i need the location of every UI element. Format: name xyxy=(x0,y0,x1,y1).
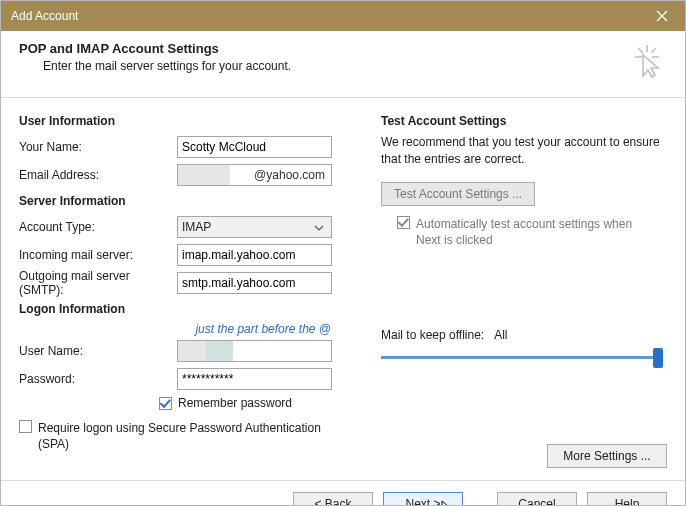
help-button-label: Help xyxy=(615,497,640,507)
back-button[interactable]: < Back xyxy=(293,492,373,507)
page-title: POP and IMAP Account Settings xyxy=(19,41,627,56)
cursor-click-icon xyxy=(627,41,667,81)
email-address-label: Email Address: xyxy=(19,168,177,182)
window-title: Add Account xyxy=(11,9,78,23)
help-button[interactable]: Help xyxy=(587,492,667,507)
test-recommend-text: We recommend that you test your account … xyxy=(381,134,667,168)
outgoing-server-label: Outgoing mail server (SMTP): xyxy=(19,269,177,297)
next-button[interactable]: Next > xyxy=(383,492,463,507)
email-address-input[interactable] xyxy=(177,164,332,186)
your-name-label: Your Name: xyxy=(19,140,177,154)
wizard-header: POP and IMAP Account Settings Enter the … xyxy=(1,31,685,98)
spa-checkbox[interactable] xyxy=(19,420,32,433)
next-button-label: Next > xyxy=(405,497,440,507)
page-subtitle: Enter the mail server settings for your … xyxy=(19,59,627,73)
mail-keep-offline-slider[interactable] xyxy=(381,348,661,368)
auto-test-checkbox[interactable] xyxy=(397,216,410,229)
remember-password-label: Remember password xyxy=(178,396,292,410)
test-account-settings-button-label: Test Account Settings ... xyxy=(394,187,522,201)
svg-line-6 xyxy=(638,48,643,53)
incoming-server-label: Incoming mail server: xyxy=(19,248,177,262)
slider-thumb[interactable] xyxy=(653,348,663,368)
mail-keep-offline-value: All xyxy=(494,328,507,342)
cancel-button[interactable]: Cancel xyxy=(497,492,577,507)
account-type-select[interactable]: IMAP xyxy=(177,216,332,238)
username-hint: just the part before the @ xyxy=(19,322,361,336)
wizard-footer: < Back Next > Cancel Help xyxy=(1,480,685,506)
account-type-value: IMAP xyxy=(182,220,211,234)
remember-password-checkbox[interactable] xyxy=(159,397,172,410)
more-settings-button-label: More Settings ... xyxy=(563,449,650,463)
auto-test-label: Automatically test account settings when… xyxy=(416,216,646,248)
username-input[interactable] xyxy=(177,340,332,362)
cancel-button-label: Cancel xyxy=(518,497,555,507)
password-label: Password: xyxy=(19,372,177,386)
mail-to-keep-offline-group: Mail to keep offline: All xyxy=(381,328,667,368)
incoming-server-input[interactable] xyxy=(177,244,332,266)
left-column: User Information Your Name: Email Addres… xyxy=(19,108,361,480)
password-input[interactable] xyxy=(177,368,332,390)
content-area: User Information Your Name: Email Addres… xyxy=(1,98,685,480)
titlebar: Add Account xyxy=(1,1,685,31)
logon-information-heading: Logon Information xyxy=(19,302,361,316)
spa-label: Require logon using Secure Password Auth… xyxy=(38,420,328,452)
svg-line-5 xyxy=(651,48,656,53)
mail-keep-offline-label: Mail to keep offline: xyxy=(381,328,484,342)
user-information-heading: User Information xyxy=(19,114,361,128)
close-icon[interactable] xyxy=(639,1,685,31)
server-information-heading: Server Information xyxy=(19,194,361,208)
more-settings-button[interactable]: More Settings ... xyxy=(547,444,667,468)
username-label: User Name: xyxy=(19,344,177,358)
chevron-down-icon xyxy=(311,220,327,234)
outgoing-server-input[interactable] xyxy=(177,272,332,294)
your-name-input[interactable] xyxy=(177,136,332,158)
account-type-label: Account Type: xyxy=(19,220,177,234)
test-account-settings-button[interactable]: Test Account Settings ... xyxy=(381,182,535,206)
back-button-label: < Back xyxy=(314,497,351,507)
test-account-settings-heading: Test Account Settings xyxy=(381,114,667,128)
right-column: Test Account Settings We recommend that … xyxy=(381,108,667,480)
